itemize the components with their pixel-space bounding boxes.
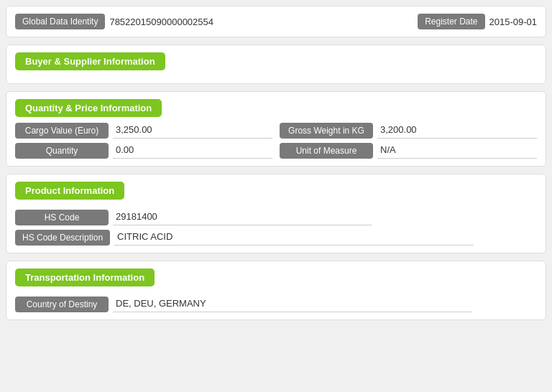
product-title: Product Information	[15, 182, 124, 200]
gross-weight-field: Gross Weight in KG 3,200.00	[280, 123, 537, 139]
country-of-destiny-field: Country of Destiny DE, DEU, GERMANY	[15, 297, 537, 312]
gross-weight-label: Gross Weight in KG	[280, 123, 373, 139]
country-of-destiny-label: Country of Destiny	[15, 297, 109, 312]
transportation-title: Transportation Information	[15, 269, 155, 286]
unit-of-measure-label: Unit of Measure	[280, 143, 373, 159]
cargo-value-value: 3,250.00	[113, 123, 272, 139]
quantity-price-card: Quantity & Price Information Cargo Value…	[6, 91, 546, 167]
buyer-supplier-card: Buyer & Supplier Information	[6, 45, 546, 84]
header-row: Global Data Identity 7852201509000000255…	[15, 14, 537, 29]
quantity-uom-fields: Quantity 0.00 Unit of Measure N/A	[15, 143, 537, 159]
quantity-price-title: Quantity & Price Information	[15, 99, 162, 117]
global-data-identity-group: Global Data Identity 7852201509000000255…	[15, 14, 213, 29]
hs-code-desc-value: CITRIC ACID	[114, 230, 474, 246]
product-card: Product Information HS Code 29181400 HS …	[6, 174, 546, 253]
global-data-identity-label: Global Data Identity	[15, 14, 105, 29]
hs-code-desc-field: HS Code Description CITRIC ACID	[15, 230, 537, 246]
cargo-value-label: Cargo Value (Euro)	[15, 123, 109, 139]
quantity-field: Quantity 0.00	[15, 143, 272, 159]
unit-of-measure-value: N/A	[377, 143, 537, 159]
hs-code-desc-label: HS Code Description	[15, 230, 110, 246]
hs-code-value: 29181400	[113, 210, 372, 225]
hs-code-field: HS Code 29181400	[15, 210, 537, 225]
transportation-card: Transportation Information Country of De…	[6, 261, 546, 320]
register-date-group: Register Date 2015-09-01	[418, 14, 537, 29]
cargo-value-field: Cargo Value (Euro) 3,250.00	[15, 123, 272, 139]
hs-code-label: HS Code	[15, 210, 109, 225]
gross-weight-value: 3,200.00	[377, 123, 537, 139]
register-date-value: 2015-09-01	[489, 17, 538, 27]
unit-of-measure-field: Unit of Measure N/A	[280, 143, 537, 159]
quantity-label: Quantity	[15, 143, 109, 159]
global-data-identity-value: 78522015090000002554	[109, 17, 213, 27]
quantity-value: 0.00	[113, 143, 272, 159]
register-date-label: Register Date	[418, 14, 484, 29]
quantity-price-fields: Cargo Value (Euro) 3,250.00 Gross Weight…	[15, 123, 537, 139]
buyer-supplier-title: Buyer & Supplier Information	[15, 52, 165, 70]
country-of-destiny-value: DE, DEU, GERMANY	[113, 297, 472, 312]
header-card: Global Data Identity 7852201509000000255…	[6, 6, 546, 37]
